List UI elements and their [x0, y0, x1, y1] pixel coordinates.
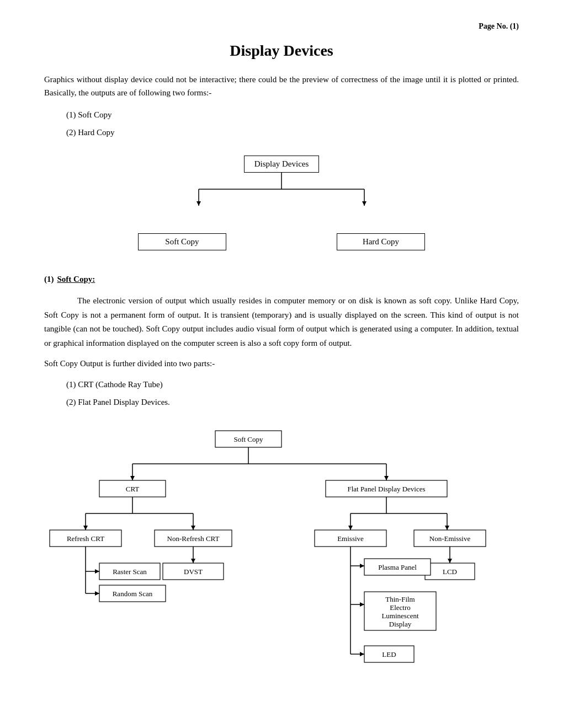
svg-marker-22	[83, 526, 88, 530]
diagram1-root-box: Display Devices	[244, 156, 320, 173]
svg-marker-46	[348, 526, 353, 530]
svg-marker-63	[360, 602, 364, 607]
svg-text:LED: LED	[382, 650, 396, 659]
svg-marker-5	[362, 201, 367, 206]
list-item: (1) Soft Copy	[66, 108, 519, 121]
svg-marker-53	[448, 559, 452, 563]
svg-text:Thin-Film: Thin-Film	[385, 595, 415, 603]
svg-marker-71	[360, 652, 364, 656]
svg-text:LCD: LCD	[443, 568, 457, 576]
svg-marker-30	[95, 569, 99, 574]
page-title: Display Devices	[44, 42, 519, 60]
svg-text:Display: Display	[389, 620, 412, 628]
svg-marker-12	[130, 476, 135, 480]
diagram1-hard-copy: Hard Copy	[337, 233, 425, 250]
svg-text:Electro: Electro	[390, 603, 411, 612]
soft-copy-parts-list: (1) CRT (Cathode Ray Tube) (2) Flat Pane…	[44, 378, 519, 409]
svg-text:Emissive: Emissive	[337, 534, 364, 543]
diagram2: Soft Copy CRT Flat Panel Display Devices	[44, 425, 519, 712]
svg-text:Random Scan: Random Scan	[113, 590, 153, 598]
diagram1-soft-copy: Soft Copy	[138, 233, 226, 250]
svg-marker-35	[95, 591, 99, 596]
section1-heading-container: (1) Soft Copy:	[44, 264, 519, 290]
list-item: (1) CRT (Cathode Ray Tube)	[66, 378, 519, 391]
section1-heading: Soft Copy:	[57, 275, 95, 284]
svg-marker-39	[191, 559, 195, 563]
svg-text:Flat Panel Display Devices: Flat Panel Display Devices	[347, 485, 425, 493]
svg-marker-47	[445, 526, 449, 530]
svg-text:Non-Emissive: Non-Emissive	[429, 534, 471, 543]
svg-text:Luminescent: Luminescent	[381, 612, 419, 620]
svg-text:DVST: DVST	[184, 568, 203, 576]
svg-text:Refresh CRT: Refresh CRT	[67, 534, 104, 543]
soft-copy-further: Soft Copy Output is further divided into…	[44, 357, 519, 371]
svg-marker-4	[196, 201, 201, 206]
list-item: (2) Flat Panel Display Devices.	[66, 395, 519, 409]
svg-marker-23	[191, 526, 195, 530]
list-item: (2) Hard Copy	[66, 126, 519, 139]
page-number: Page No. (1)	[44, 22, 519, 31]
svg-text:CRT: CRT	[126, 485, 140, 493]
svg-text:Non-Refresh CRT: Non-Refresh CRT	[167, 534, 220, 543]
output-forms-list: (1) Soft Copy (2) Hard Copy	[44, 108, 519, 139]
svg-marker-13	[384, 476, 389, 480]
diagram1: Display Devices Soft Copy Hard Copy	[44, 156, 519, 250]
intro-text: Graphics without display device could no…	[44, 73, 519, 99]
section1-body: The electronic version of output which u…	[44, 294, 519, 350]
section1-heading-num: (1)	[44, 275, 54, 284]
svg-text:Soft Copy: Soft Copy	[233, 435, 263, 443]
svg-text:Plasma Panel: Plasma Panel	[378, 563, 417, 571]
diagram2-svg: Soft Copy CRT Flat Panel Display Devices	[44, 425, 519, 712]
svg-text:Raster Scan: Raster Scan	[113, 568, 147, 576]
svg-marker-58	[360, 564, 364, 568]
